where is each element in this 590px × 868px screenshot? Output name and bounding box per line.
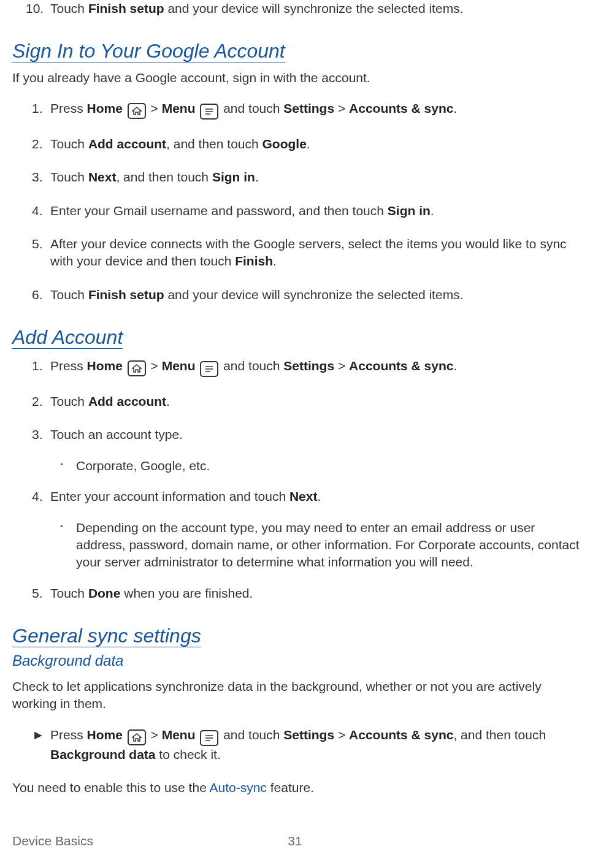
heading-general-sync: General sync settings — [12, 625, 201, 647]
text: and your device will synchronize the sel… — [164, 287, 464, 302]
arrow-icon: ► — [32, 726, 45, 744]
text: . — [273, 254, 277, 268]
sign-in-step-3: 3. Touch Next, and then touch Sign in. — [50, 169, 580, 186]
sub-list: Depending on the account type, you may n… — [50, 519, 580, 571]
step-index: 10. — [26, 0, 44, 17]
text: Enter your account information and touch — [50, 489, 289, 503]
add-account-step-1: 1. Press Home > Menu and touch Settings … — [50, 357, 580, 377]
text: . — [453, 359, 457, 373]
step-index: 5. — [32, 585, 43, 602]
text: feature. — [267, 780, 314, 794]
bold: Accounts & sync — [349, 101, 453, 115]
text: , and then touch — [453, 728, 546, 742]
bgdata-text: Check to let applications synchronize da… — [12, 678, 580, 713]
text: Touch an account type. — [50, 427, 183, 441]
add-account-step-5: 5. Touch Done when you are finished. — [50, 585, 580, 602]
home-icon — [128, 360, 146, 376]
text: Touch — [50, 1, 88, 15]
bold: Add account — [88, 394, 166, 408]
bold: Google — [262, 137, 307, 151]
bold: Sign in — [388, 204, 431, 218]
bold: Add account — [88, 137, 166, 151]
page-footer: Device Basics 31 — [12, 834, 578, 848]
sign-in-step-6: 6. Touch Finish setup and your device wi… — [50, 286, 580, 303]
sign-in-step-1: 1. Press Home > Menu and touch Settings … — [50, 100, 580, 120]
text: and your device will synchronize the sel… — [164, 1, 464, 15]
sign-in-step-4: 4. Enter your Gmail username and passwor… — [50, 202, 580, 219]
text: . — [166, 394, 170, 408]
bgdata-steps: ► Press Home > Menu and touch Settings >… — [12, 726, 580, 763]
text: > — [151, 101, 162, 115]
step-index: 2. — [32, 393, 43, 410]
menu-icon — [200, 361, 218, 377]
text: Touch — [50, 394, 88, 408]
step-10: 10. Touch Finish setup and your device w… — [50, 0, 580, 17]
text: . — [453, 101, 457, 115]
text: Touch — [50, 586, 88, 600]
step-index: 2. — [32, 135, 43, 153]
text: > — [151, 359, 162, 373]
text: , and then touch — [116, 170, 212, 184]
sub-item: Depending on the account type, you may n… — [76, 519, 580, 571]
bold: Done — [88, 586, 121, 600]
bold: Sign in — [212, 170, 255, 184]
sign-in-step-5: 5. After your device connects with the G… — [50, 235, 580, 270]
text: Enter your Gmail username and password, … — [50, 204, 388, 218]
bold: Finish — [235, 254, 273, 268]
text: Touch — [50, 137, 88, 151]
step-index: 6. — [32, 286, 43, 303]
home-icon — [128, 729, 146, 745]
autosync-note: You need to enable this to use the Auto-… — [12, 779, 580, 796]
bold: Home — [87, 359, 123, 373]
add-account-steps: 1. Press Home > Menu and touch Settings … — [12, 357, 580, 602]
text: . — [317, 489, 321, 503]
step-index: 3. — [32, 426, 43, 443]
text: , and then touch — [166, 137, 262, 151]
text: and touch — [223, 359, 283, 373]
text: > — [334, 101, 349, 115]
add-account-step-2: 2. Touch Add account. — [50, 393, 580, 410]
text: when you are finished. — [120, 586, 253, 600]
text: . — [255, 170, 259, 184]
text: > — [334, 728, 349, 742]
step-index: 3. — [32, 169, 43, 186]
bold: Menu — [162, 101, 196, 115]
text: and touch — [223, 728, 283, 742]
text: Press — [50, 101, 87, 115]
sub-item: Corporate, Google, etc. — [76, 457, 580, 474]
heading-add-account: Add Account — [12, 327, 123, 349]
add-account-step-3: 3. Touch an account type. Corporate, Goo… — [50, 426, 580, 474]
text: > — [151, 728, 162, 742]
page-number: 31 — [288, 834, 302, 848]
bold: Settings — [283, 101, 334, 115]
text: > — [334, 359, 349, 373]
heading-background-data: Background data — [12, 652, 580, 669]
text: Touch — [50, 170, 88, 184]
text: Press — [50, 728, 87, 742]
prev-list-continuation: 10. Touch Finish setup and your device w… — [12, 0, 580, 17]
step-index: 1. — [32, 357, 43, 375]
bold: Settings — [283, 728, 334, 742]
text: and touch — [223, 101, 283, 115]
autosync-link[interactable]: Auto-sync — [210, 780, 267, 794]
text: to check it. — [156, 747, 221, 761]
menu-icon — [200, 730, 218, 746]
step-index: 4. — [32, 488, 43, 505]
bold: Next — [88, 170, 117, 184]
text: Touch — [50, 287, 88, 302]
text: . — [431, 204, 434, 218]
bold: Home — [87, 101, 123, 115]
sign-in-intro: If you already have a Google account, si… — [12, 69, 580, 86]
sign-in-step-2: 2. Touch Add account, and then touch Goo… — [50, 135, 580, 153]
bold: Next — [289, 489, 318, 503]
bold: Settings — [283, 359, 334, 373]
menu-icon — [200, 104, 218, 120]
text: . — [307, 137, 310, 151]
bold: Background data — [50, 747, 156, 761]
bold: Menu — [162, 728, 196, 742]
bold: Finish setup — [88, 287, 164, 302]
bold: Accounts & sync — [349, 728, 453, 742]
text: You need to enable this to use the — [12, 780, 210, 794]
bold: Finish setup — [88, 1, 164, 15]
add-account-step-4: 4. Enter your account information and to… — [50, 488, 580, 571]
